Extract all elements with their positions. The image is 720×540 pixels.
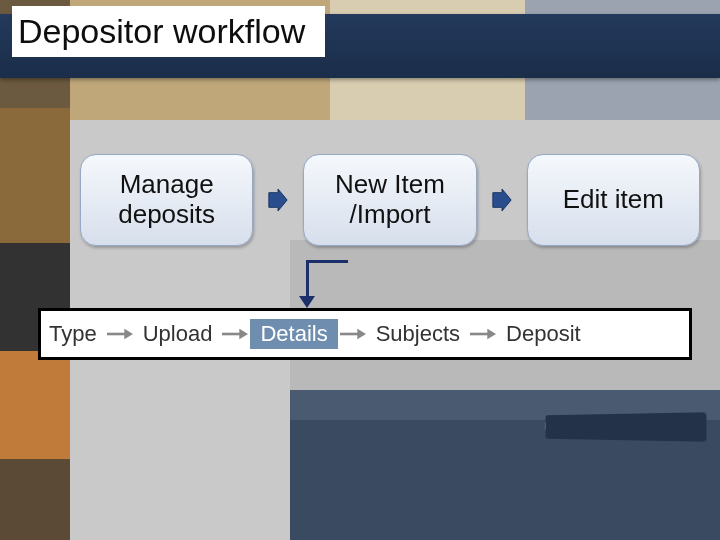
- building-sign: PERPUSTAKAAN: [545, 420, 645, 433]
- connector-horizontal: [308, 260, 348, 263]
- workflow-box-manage-deposits: Manage deposits: [80, 154, 253, 246]
- step-upload: Upload: [135, 321, 221, 347]
- arrow-right-icon: [220, 327, 250, 341]
- connector-vertical: [306, 260, 309, 300]
- decor-left-strip: [0, 0, 70, 540]
- arrow-down-icon: [299, 296, 315, 308]
- arrow-right-icon: [468, 327, 498, 341]
- svg-marker-7: [357, 329, 366, 339]
- step-subjects: Subjects: [368, 321, 468, 347]
- workflow-box-label: Manage deposits: [81, 170, 252, 230]
- workflow-row: Manage deposits New Item /Import Edit it…: [80, 150, 700, 250]
- page-title: Depositor workflow: [12, 6, 325, 57]
- arrow-right-icon: [105, 327, 135, 341]
- arrow-right-icon: [338, 327, 368, 341]
- svg-marker-9: [487, 329, 496, 339]
- step-type: Type: [41, 321, 105, 347]
- svg-marker-3: [124, 329, 133, 339]
- arrow-right-icon: [267, 189, 289, 211]
- step-details: Details: [250, 319, 337, 349]
- svg-marker-0: [269, 189, 287, 211]
- decor-building: PERPUSTAKAAN: [290, 240, 720, 540]
- svg-marker-5: [240, 329, 249, 339]
- slide: PERPUSTAKAAN Depositor workflow Manage d…: [0, 0, 720, 540]
- workflow-box-label: New Item /Import: [304, 170, 475, 230]
- svg-marker-1: [492, 189, 510, 211]
- workflow-box-edit-item: Edit item: [527, 154, 700, 246]
- edit-steps-bar: Type Upload Details Subjects Deposit: [38, 308, 692, 360]
- workflow-box-label: Edit item: [563, 185, 664, 215]
- step-deposit: Deposit: [498, 321, 589, 347]
- workflow-box-new-item-import: New Item /Import: [303, 154, 476, 246]
- arrow-right-icon: [491, 189, 513, 211]
